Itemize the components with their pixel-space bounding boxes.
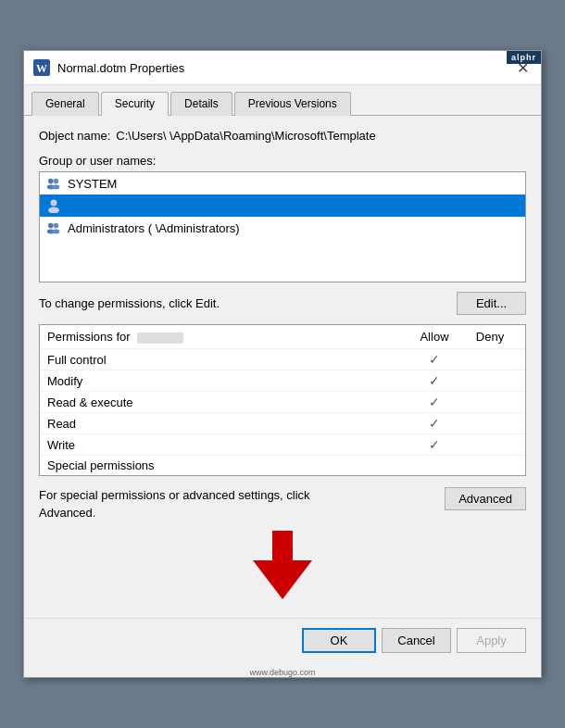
cancel-button[interactable]: Cancel	[382, 628, 451, 653]
edit-button[interactable]: Edit...	[457, 292, 526, 315]
users-list: SYSTEM	[39, 171, 526, 282]
object-name-label: Object name:	[39, 129, 110, 143]
full-control-allow: ✓	[407, 352, 462, 367]
group-user-icon-admin	[45, 220, 62, 236]
permissions-table: Permissions for Allow Deny Full control …	[39, 324, 526, 476]
svg-text:W: W	[36, 62, 47, 75]
user-label-selected	[68, 199, 234, 212]
group-users-label: Group or user names:	[39, 154, 526, 168]
tab-bar: General Security Details Previous Versio…	[24, 85, 541, 116]
single-user-icon	[45, 197, 62, 214]
properties-dialog: W Normal.dotm Properties ✕ alphr General…	[23, 50, 542, 677]
svg-point-6	[51, 200, 57, 207]
arrow-head	[253, 560, 312, 599]
change-permissions-row: To change permissions, click Edit. Edit.…	[39, 292, 526, 315]
content-area: Object name: C:\Users\ \AppData\Roaming\…	[24, 116, 541, 617]
advanced-row: For special permissions or advanced sett…	[39, 487, 526, 521]
word-icon: W	[33, 59, 50, 76]
change-permissions-text: To change permissions, click Edit.	[39, 296, 220, 310]
perm-row-read-execute: Read & execute ✓	[40, 391, 525, 412]
svg-point-7	[48, 207, 59, 214]
read-allow: ✓	[407, 416, 462, 431]
group-user-icon	[45, 175, 62, 192]
svg-point-11	[52, 230, 59, 234]
arrow-container	[39, 531, 526, 599]
alphr-badge: alphr	[507, 51, 541, 64]
svg-point-8	[48, 223, 54, 229]
perm-row-full-control: Full control ✓	[40, 348, 525, 370]
permissions-for-label: Permissions for	[47, 330, 407, 344]
title-bar: W Normal.dotm Properties ✕	[24, 51, 541, 85]
user-label-admin: Administrators ( \Administrators)	[68, 221, 240, 235]
tab-general[interactable]: General	[31, 92, 99, 116]
perm-row-modify: Modify ✓	[40, 370, 525, 391]
write-allow: ✓	[407, 437, 462, 452]
perm-row-write: Write ✓	[40, 433, 525, 455]
user-label-system: SYSTEM	[68, 177, 117, 191]
arrow-shaft	[272, 531, 293, 560]
object-name-row: Object name: C:\Users\ \AppData\Roaming\…	[39, 129, 526, 143]
modify-allow: ✓	[407, 373, 462, 388]
tab-details[interactable]: Details	[170, 92, 232, 116]
url-bar: www.debugo.com	[24, 666, 541, 677]
advanced-button[interactable]: Advanced	[445, 487, 526, 510]
perm-row-read: Read ✓	[40, 412, 525, 433]
object-name-value: C:\Users\ \AppData\Roaming\Microsoft\Tem…	[116, 129, 375, 143]
permissions-header: Permissions for Allow Deny	[40, 325, 525, 348]
user-row-system[interactable]: SYSTEM	[40, 172, 525, 195]
tab-security[interactable]: Security	[101, 92, 169, 116]
svg-point-2	[48, 179, 54, 184]
down-arrow	[253, 531, 312, 599]
user-row-selected[interactable]	[40, 195, 525, 217]
svg-point-10	[54, 223, 59, 229]
apply-button[interactable]: Apply	[457, 628, 526, 653]
svg-point-4	[54, 179, 59, 184]
deny-col-header: Deny	[462, 330, 518, 344]
tab-previous-versions[interactable]: Previous Versions	[234, 92, 351, 116]
allow-col-header: Allow	[407, 330, 462, 344]
bottom-buttons: OK Cancel Apply	[24, 618, 541, 666]
ok-button[interactable]: OK	[302, 628, 376, 653]
user-row-administrators[interactable]: Administrators ( \Administrators)	[40, 217, 525, 239]
window-title: Normal.dotm Properties	[57, 61, 513, 75]
read-execute-allow: ✓	[407, 395, 462, 409]
advanced-text: For special permissions or advanced sett…	[39, 487, 326, 521]
svg-point-5	[52, 185, 59, 190]
perm-row-special: Special permissions	[40, 455, 525, 475]
